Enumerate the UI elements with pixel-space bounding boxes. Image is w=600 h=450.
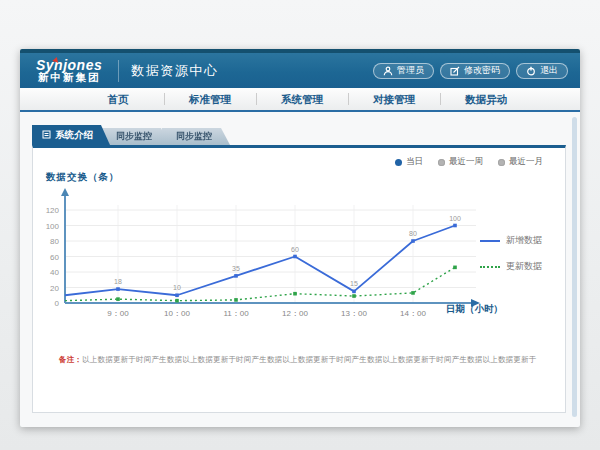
app-window: Synjones 新中新集团 数据资源中心 管理员: [20, 49, 580, 427]
chart-panel: 当日 最近一周 最近一月 数据交换（条） 0204060801001209：00…: [32, 145, 566, 413]
footnote-text: 以上数据更新于时间产生数据以上数据更新于时间产生数据以上数据更新于时间产生数据以…: [82, 355, 536, 364]
logout-label: 退出: [540, 64, 558, 77]
svg-text:60: 60: [50, 253, 59, 262]
admin-user-label: 管理员: [397, 64, 424, 77]
app-title: 数据资源中心: [131, 62, 218, 80]
footnote: 备注：以上数据更新于时间产生数据以上数据更新于时间产生数据以上数据更新于时间产生…: [59, 355, 551, 365]
svg-text:12：00: 12：00: [282, 309, 308, 318]
svg-text:0: 0: [55, 299, 60, 308]
svg-text:100: 100: [449, 215, 461, 222]
legend-new-data-label: 新增数据: [506, 234, 542, 247]
header-divider: [118, 60, 119, 82]
radio-selected-icon: [395, 159, 402, 166]
logout-button[interactable]: 退出: [516, 63, 568, 79]
range-today-label: 当日: [406, 156, 423, 168]
svg-text:35: 35: [232, 265, 240, 272]
change-password-button[interactable]: 修改密码: [440, 63, 510, 79]
legend-update-data-label: 更新数据: [506, 260, 542, 273]
main-nav: 首页 标准管理 系统管理 对接管理 数据异动: [20, 88, 580, 112]
document-icon: [42, 130, 51, 141]
dotted-line-icon: [480, 266, 500, 268]
logo-text-cn: 新中新集团: [36, 72, 102, 83]
vertical-scrollbar[interactable]: [572, 117, 577, 417]
logo-text-en: Synjones: [36, 58, 102, 73]
chart-legend: 新增数据 更新数据: [480, 234, 542, 273]
svg-text:14：00: 14：00: [400, 309, 426, 318]
svg-text:100: 100: [46, 222, 60, 231]
tab-sync-monitor-1[interactable]: 同步监控: [102, 128, 170, 145]
admin-user-button[interactable]: 管理员: [373, 63, 434, 79]
radio-unselected-icon: [438, 159, 445, 166]
company-logo: Synjones 新中新集团: [32, 58, 106, 84]
svg-text:20: 20: [50, 284, 59, 293]
content-area: 系统介绍 同步监控 同步监控 当日 最近一周: [20, 112, 580, 425]
legend-update-data[interactable]: 更新数据: [480, 260, 542, 273]
page-background: Synjones 新中新集团 数据资源中心 管理员: [0, 0, 600, 450]
svg-text:80: 80: [409, 230, 417, 237]
tab-system-intro[interactable]: 系统介绍: [32, 125, 110, 145]
nav-item-standard-mgmt[interactable]: 标准管理: [164, 88, 256, 110]
time-range-selector: 当日 最近一周 最近一月: [395, 156, 543, 168]
svg-text:80: 80: [50, 237, 59, 246]
solid-line-icon: [480, 240, 500, 242]
header-user-area: 管理员 修改密码 退出: [373, 63, 568, 79]
range-last-month-label: 最近一月: [509, 156, 543, 168]
legend-new-data[interactable]: 新增数据: [480, 234, 542, 247]
nav-item-data-change[interactable]: 数据异动: [440, 88, 532, 110]
svg-text:40: 40: [50, 268, 59, 277]
footnote-prefix: 备注：: [59, 355, 82, 364]
tab-sync-monitor-2[interactable]: 同步监控: [162, 128, 230, 145]
range-last-week-label: 最近一周: [449, 156, 483, 168]
app-header: Synjones 新中新集团 数据资源中心 管理员: [20, 49, 580, 88]
range-option-today[interactable]: 当日: [395, 156, 423, 168]
line-chart: 0204060801001209：0010：0011：0012：0013：001…: [30, 185, 500, 325]
svg-text:120: 120: [46, 206, 60, 215]
nav-item-system-mgmt[interactable]: 系统管理: [256, 88, 348, 110]
svg-text:15: 15: [350, 280, 358, 287]
user-icon: [383, 66, 393, 76]
radio-unselected-icon: [498, 159, 505, 166]
svg-text:18: 18: [114, 278, 122, 285]
change-password-label: 修改密码: [464, 64, 500, 77]
svg-text:9：00: 9：00: [107, 309, 129, 318]
y-axis-title: 数据交换（条）: [46, 171, 120, 184]
range-option-last-week[interactable]: 最近一周: [438, 156, 483, 168]
edit-icon: [450, 66, 460, 76]
x-axis-title: 日期（小时）: [446, 303, 503, 316]
tab-strip: 系统介绍 同步监控 同步监控: [32, 125, 230, 145]
svg-text:10: 10: [173, 284, 181, 291]
nav-item-interface-mgmt[interactable]: 对接管理: [348, 88, 440, 110]
svg-text:11：00: 11：00: [223, 309, 249, 318]
svg-text:60: 60: [291, 246, 299, 253]
tab-system-intro-label: 系统介绍: [55, 129, 93, 142]
power-icon: [526, 66, 536, 76]
nav-item-home[interactable]: 首页: [72, 88, 164, 110]
svg-text:10：00: 10：00: [164, 309, 190, 318]
range-option-last-month[interactable]: 最近一月: [498, 156, 543, 168]
svg-text:13：00: 13：00: [341, 309, 367, 318]
